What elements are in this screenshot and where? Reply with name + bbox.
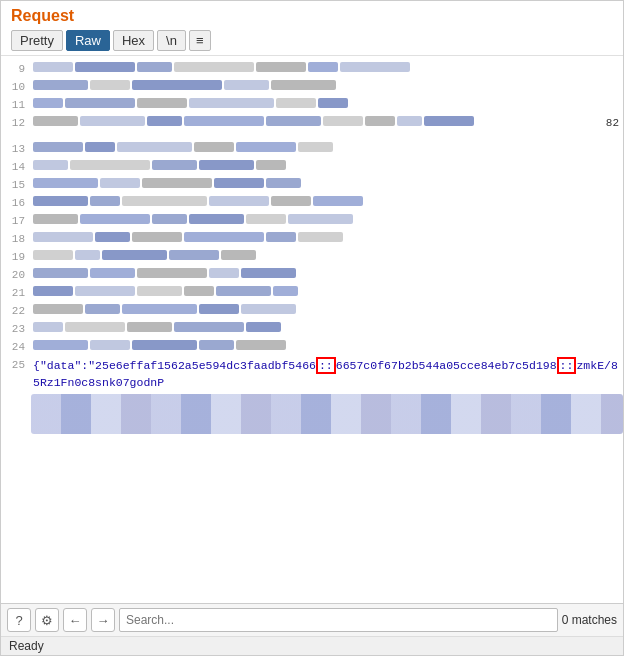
- line-content: [31, 60, 623, 78]
- line-content: [31, 176, 623, 194]
- tab-hex[interactable]: Hex: [113, 30, 154, 51]
- status-text: Ready: [9, 639, 44, 653]
- line-number: 13: [1, 140, 31, 158]
- header: Request Pretty Raw Hex \n ≡: [1, 1, 623, 56]
- line-25-row: 25 {"data":"25e6effaf1562a5e594dc3faadbf…: [1, 356, 623, 392]
- line-row: 15: [1, 176, 623, 194]
- line-number: 18: [1, 230, 31, 248]
- line-25-text: {"data":"25e6effaf1562a5e594dc3faadbf546…: [31, 356, 623, 392]
- json-data-mid: 6657c0f67b2b544a05cce84eb7c5d198: [336, 359, 557, 372]
- tab-pretty[interactable]: Pretty: [11, 30, 63, 51]
- byte-count: 82: [606, 114, 619, 132]
- search-input[interactable]: [119, 608, 558, 632]
- line-content: 82: [31, 114, 623, 132]
- line-content: [31, 320, 623, 338]
- page-title: Request: [11, 7, 613, 25]
- line-content: [31, 140, 623, 158]
- line-content: [31, 284, 623, 302]
- line-number: 17: [1, 212, 31, 230]
- toolbar: Pretty Raw Hex \n ≡: [11, 30, 613, 51]
- forward-button[interactable]: →: [91, 608, 115, 632]
- line-row: 16: [1, 194, 623, 212]
- matches-label: 0 matches: [562, 613, 617, 627]
- line-row: 17: [1, 212, 623, 230]
- line-row: 18: [1, 230, 623, 248]
- line-row: 20: [1, 266, 623, 284]
- footer: ? ⚙ ← → 0 matches: [1, 603, 623, 636]
- line-row: 10: [1, 78, 623, 96]
- line-row: 14: [1, 158, 623, 176]
- tab-raw[interactable]: Raw: [66, 30, 110, 51]
- line-number: 22: [1, 302, 31, 320]
- line-content: [31, 266, 623, 284]
- line-row: 9: [1, 60, 623, 78]
- line-gap: [1, 132, 623, 140]
- line-row: 23: [1, 320, 623, 338]
- line-number: 25: [1, 356, 31, 374]
- line-content: [31, 96, 623, 114]
- help-button[interactable]: ?: [7, 608, 31, 632]
- back-button[interactable]: ←: [63, 608, 87, 632]
- content-inner: 9 10 11: [1, 56, 623, 603]
- line-content: [31, 158, 623, 176]
- line-content: [31, 78, 623, 96]
- line-row: 21: [1, 284, 623, 302]
- line-number: 12: [1, 114, 31, 132]
- line-row: 22: [1, 302, 623, 320]
- line-number: 11: [1, 96, 31, 114]
- line-row: 13: [1, 140, 623, 158]
- line-number: 21: [1, 284, 31, 302]
- line-content: [31, 338, 623, 356]
- bottom-blurred-block: [31, 394, 623, 434]
- line-number: 23: [1, 320, 31, 338]
- line-content: [31, 230, 623, 248]
- status-bar: Ready: [1, 636, 623, 655]
- line-number: 14: [1, 158, 31, 176]
- line-25-content: {"data":"25e6effaf1562a5e594dc3faadbf546…: [31, 356, 623, 392]
- json-data-prefix: {"data":"25e6effaf1562a5e594dc3faadbf546…: [33, 359, 316, 372]
- settings-button[interactable]: ⚙: [35, 608, 59, 632]
- line-number: 19: [1, 248, 31, 266]
- highlight-2: ::: [557, 357, 577, 374]
- line-number: 15: [1, 176, 31, 194]
- menu-button[interactable]: ≡: [189, 30, 211, 51]
- line-number: 9: [1, 60, 31, 78]
- line-row: 11: [1, 96, 623, 114]
- line-row: 19: [1, 248, 623, 266]
- line-content: [31, 302, 623, 320]
- highlight-1: ::: [316, 357, 336, 374]
- line-number: 10: [1, 78, 31, 96]
- line-row: 24: [1, 338, 623, 356]
- line-row: 12 82: [1, 114, 623, 132]
- tab-newline[interactable]: \n: [157, 30, 186, 51]
- content-area: 9 10 11: [1, 56, 623, 603]
- line-content: [31, 212, 623, 230]
- line-number: 20: [1, 266, 31, 284]
- line-number: 16: [1, 194, 31, 212]
- line-content: [31, 248, 623, 266]
- line-number: 24: [1, 338, 31, 356]
- line-content: [31, 194, 623, 212]
